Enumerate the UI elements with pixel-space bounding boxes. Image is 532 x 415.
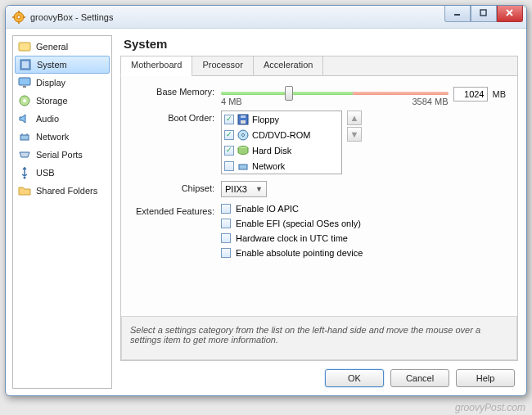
- titlebar: groovyBox - Settings: [6, 6, 526, 29]
- svg-point-20: [24, 177, 26, 179]
- checkbox[interactable]: [224, 130, 234, 140]
- system-icon: [19, 58, 32, 71]
- harddisk-icon: [237, 144, 250, 157]
- feature-absolute-pointing[interactable]: Enable absolute pointing device: [221, 248, 506, 258]
- sidebar-item-label: Display: [36, 78, 65, 88]
- ok-button[interactable]: OK: [325, 369, 384, 387]
- move-down-button[interactable]: ▼: [347, 127, 362, 142]
- svg-rect-12: [22, 61, 29, 68]
- dialog-buttons: OK Cancel Help: [120, 361, 518, 389]
- general-icon: [18, 40, 31, 53]
- hint-box: Select a settings category from the list…: [121, 316, 517, 360]
- svg-rect-17: [20, 135, 29, 140]
- tabs: Motherboard Processor Acceleration: [121, 56, 517, 76]
- boot-order-label: Boot Order:: [133, 111, 221, 123]
- tab-body: Base Memory: 4 MB 3584 MB: [121, 76, 517, 309]
- feature-io-apic[interactable]: Enable IO APIC: [221, 204, 506, 214]
- boot-item-label: Floppy: [252, 115, 279, 124]
- sidebar-item-general[interactable]: General: [13, 38, 111, 56]
- cancel-button[interactable]: Cancel: [390, 369, 449, 387]
- chevron-down-icon: ▼: [255, 185, 263, 193]
- sidebar-item-storage[interactable]: Storage: [13, 92, 111, 110]
- page-title: System: [120, 35, 518, 56]
- boot-item-harddisk[interactable]: Hard Disk: [222, 142, 341, 158]
- settings-window: groovyBox - Settings General System Disp…: [5, 5, 527, 396]
- settings-panel: Motherboard Processor Acceleration Base …: [120, 56, 518, 361]
- chipset-select[interactable]: PIIX3 ▼: [221, 181, 267, 197]
- chipset-value: PIIX3: [225, 184, 247, 194]
- window-title: groovyBox - Settings: [30, 12, 114, 22]
- svg-rect-14: [23, 86, 26, 88]
- feature-utc[interactable]: Hardware clock in UTC time: [221, 233, 506, 243]
- app-icon: [12, 11, 25, 24]
- sidebar-item-network[interactable]: Network: [13, 128, 111, 146]
- sidebar: General System Display Storage Audio Net…: [12, 35, 112, 389]
- boot-item-label: CD/DVD-ROM: [252, 130, 311, 140]
- sidebar-item-system[interactable]: System: [15, 56, 110, 74]
- checkbox[interactable]: [224, 115, 234, 124]
- network-icon: [18, 130, 31, 143]
- boot-order-arrows: ▲ ▼: [347, 111, 362, 143]
- boot-item-label: Network: [252, 161, 285, 171]
- network-small-icon: [237, 160, 250, 173]
- svg-rect-13: [19, 78, 30, 85]
- boot-item-floppy[interactable]: Floppy: [222, 111, 341, 127]
- floppy-icon: [237, 113, 250, 126]
- usb-icon: [18, 166, 31, 179]
- tab-processor[interactable]: Processor: [192, 56, 254, 75]
- move-up-button[interactable]: ▲: [347, 111, 362, 125]
- row-boot-order: Boot Order: Floppy: [133, 111, 506, 174]
- sidebar-item-shared-folders[interactable]: Shared Folders: [13, 182, 111, 200]
- sidebar-item-label: Serial Ports: [36, 150, 83, 160]
- svg-point-1: [17, 16, 20, 19]
- shared-folders-icon: [18, 184, 31, 197]
- sidebar-item-label: General: [36, 42, 68, 52]
- feature-efi[interactable]: Enable EFI (special OSes only): [221, 219, 506, 228]
- sidebar-item-display[interactable]: Display: [13, 74, 111, 92]
- help-button[interactable]: Help: [456, 369, 515, 387]
- base-memory-input[interactable]: [453, 87, 488, 101]
- boot-order-list[interactable]: Floppy CD/DVD-ROM Ha: [221, 111, 342, 174]
- boot-item-cddvd[interactable]: CD/DVD-ROM: [222, 127, 341, 142]
- sidebar-item-label: Shared Folders: [36, 186, 97, 196]
- sidebar-item-usb[interactable]: USB: [13, 164, 111, 182]
- svg-rect-27: [239, 165, 247, 169]
- audio-icon: [18, 112, 31, 125]
- svg-point-25: [242, 133, 245, 136]
- svg-rect-22: [241, 120, 246, 124]
- sidebar-item-audio[interactable]: Audio: [13, 110, 111, 128]
- checkbox[interactable]: [221, 219, 231, 228]
- memory-unit: MB: [493, 89, 507, 99]
- boot-item-network[interactable]: Network: [222, 158, 341, 174]
- maximize-button[interactable]: [471, 6, 497, 22]
- tab-acceleration[interactable]: Acceleration: [254, 56, 324, 75]
- row-extended: Extended Features: Enable IO APIC Enable…: [133, 204, 506, 263]
- svg-rect-23: [241, 115, 246, 118]
- checkbox[interactable]: [221, 233, 231, 243]
- row-chipset: Chipset: PIIX3 ▼: [133, 181, 506, 197]
- chipset-label: Chipset:: [133, 181, 221, 193]
- svg-point-16: [23, 99, 26, 102]
- close-button[interactable]: [497, 6, 523, 22]
- base-memory-label: Base Memory:: [133, 84, 221, 97]
- tab-motherboard[interactable]: Motherboard: [120, 56, 192, 76]
- display-icon: [18, 76, 31, 89]
- svg-rect-7: [480, 10, 486, 16]
- checkbox[interactable]: [221, 248, 231, 258]
- checkbox[interactable]: [224, 146, 234, 156]
- sidebar-item-label: USB: [36, 168, 55, 178]
- checkbox[interactable]: [221, 204, 231, 214]
- base-memory-slider[interactable]: 4 MB 3584 MB: [221, 84, 449, 104]
- minimize-button[interactable]: [444, 6, 471, 22]
- slider-min-label: 4 MB: [221, 97, 242, 106]
- cd-icon: [237, 129, 250, 142]
- row-base-memory: Base Memory: 4 MB 3584 MB: [133, 84, 506, 104]
- watermark: groovyPost.com: [455, 402, 525, 413]
- checkbox[interactable]: [224, 161, 234, 171]
- sidebar-item-label: Audio: [36, 114, 59, 124]
- boot-item-label: Hard Disk: [252, 146, 291, 156]
- storage-icon: [18, 94, 31, 107]
- main-panel: System Motherboard Processor Acceleratio…: [112, 29, 526, 395]
- sidebar-item-serial-ports[interactable]: Serial Ports: [13, 146, 111, 164]
- svg-rect-10: [19, 43, 30, 51]
